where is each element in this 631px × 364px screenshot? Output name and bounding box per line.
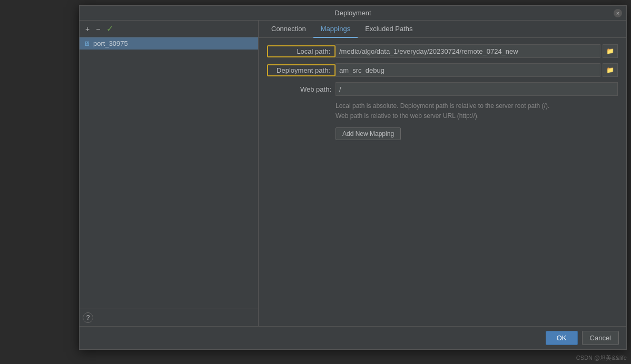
left-panel: + − ✓ 🖥 port_30975 ? bbox=[80, 21, 259, 326]
server-item[interactable]: 🖥 port_30975 bbox=[80, 37, 258, 50]
remove-server-button[interactable]: − bbox=[93, 24, 103, 34]
web-path-input-wrap bbox=[336, 82, 618, 96]
dialog-titlebar: Deployment × bbox=[80, 6, 626, 21]
dialog-title: Deployment bbox=[334, 9, 371, 17]
add-new-mapping-button[interactable]: Add New Mapping bbox=[336, 127, 401, 140]
local-path-label: Local path: bbox=[267, 45, 336, 57]
mappings-tab-content: Local path: 📁 Deployment path: 📁 bbox=[259, 38, 626, 326]
local-path-input-wrap: 📁 bbox=[336, 44, 618, 58]
right-panel: Connection Mappings Excluded Paths Local… bbox=[259, 21, 626, 326]
deployment-path-row: Deployment path: 📁 bbox=[267, 63, 618, 77]
help-button[interactable]: ? bbox=[83, 312, 93, 323]
tabs-bar: Connection Mappings Excluded Paths bbox=[259, 21, 626, 38]
local-path-browse-button[interactable]: 📁 bbox=[603, 44, 618, 58]
server-icon: 🖥 bbox=[84, 40, 90, 47]
deployment-dialog: Deployment × + − ✓ 🖥 port_30975 ? bbox=[79, 5, 627, 350]
deployment-path-input-wrap: 📁 bbox=[336, 63, 618, 77]
server-list: 🖥 port_30975 bbox=[80, 37, 258, 309]
left-bottom-bar: ? bbox=[80, 309, 258, 326]
web-path-label: Web path: bbox=[267, 85, 336, 93]
server-name: port_30975 bbox=[93, 40, 128, 47]
hint-line2: Web path is relative to the web server U… bbox=[336, 111, 618, 121]
local-path-row: Local path: 📁 bbox=[267, 44, 618, 58]
watermark: CSDN @坦美&&life bbox=[576, 354, 627, 362]
deployment-path-input[interactable] bbox=[336, 63, 600, 77]
local-path-input[interactable] bbox=[336, 44, 600, 58]
tab-connection[interactable]: Connection bbox=[264, 21, 313, 38]
ok-button[interactable]: OK bbox=[546, 331, 578, 345]
check-button[interactable]: ✓ bbox=[104, 23, 116, 35]
deployment-path-browse-button[interactable]: 📁 bbox=[603, 63, 618, 77]
dialog-body: + − ✓ 🖥 port_30975 ? Connection Mappings… bbox=[80, 21, 626, 326]
hint-line1: Local path is absolute. Deployment path … bbox=[336, 101, 618, 111]
dialog-footer: OK Cancel bbox=[80, 326, 626, 349]
cancel-button[interactable]: Cancel bbox=[582, 331, 619, 345]
dialog-close-button[interactable]: × bbox=[614, 9, 622, 17]
hint-text: Local path is absolute. Deployment path … bbox=[336, 101, 618, 121]
web-path-row: Web path: bbox=[267, 82, 618, 96]
tab-excluded-paths[interactable]: Excluded Paths bbox=[358, 21, 420, 38]
left-toolbar: + − ✓ bbox=[80, 21, 258, 37]
tab-mappings[interactable]: Mappings bbox=[313, 21, 358, 38]
deployment-path-label: Deployment path: bbox=[267, 64, 336, 76]
add-server-button[interactable]: + bbox=[83, 24, 92, 34]
web-path-input[interactable] bbox=[336, 82, 618, 96]
